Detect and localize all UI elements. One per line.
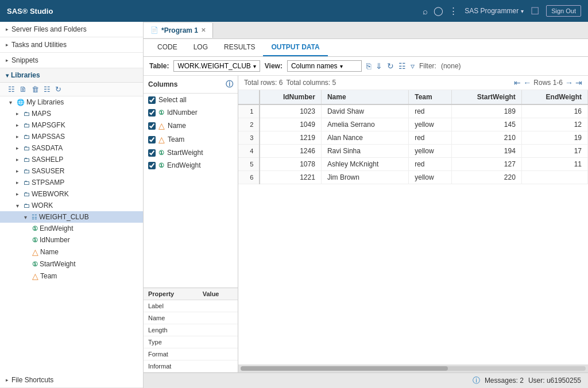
user-menu-label: SAS Programmer bbox=[465, 7, 519, 15]
refresh-icon[interactable]: ↻ bbox=[387, 61, 394, 71]
lib-mapsgfk[interactable]: 🗀 MAPSGFK bbox=[0, 119, 143, 131]
lib-work-icon: 🗀 bbox=[24, 202, 30, 209]
col-item-endweight[interactable]: ① EndWeight bbox=[144, 159, 238, 172]
columns-info-icon[interactable]: ⓘ bbox=[226, 79, 233, 90]
sidebar-item-file-shortcuts[interactable]: File Shortcuts bbox=[0, 373, 143, 387]
help-icon[interactable]: ☐ bbox=[531, 5, 539, 17]
sidebar-item-server-files[interactable]: Server Files and Folders bbox=[0, 22, 143, 37]
tab-code[interactable]: CODE bbox=[149, 39, 185, 56]
lib-sasdata-label: SASDATA bbox=[32, 144, 63, 152]
grid-icon[interactable]: ⋮ bbox=[449, 6, 458, 16]
messages-label: Messages: 2 bbox=[485, 377, 524, 385]
table-view-icon[interactable]: ☷ bbox=[399, 61, 406, 71]
col-name[interactable]: △ Name bbox=[0, 246, 143, 258]
sidebar-item-tasks[interactable]: Tasks and Utilities bbox=[0, 37, 143, 52]
tab-output-data[interactable]: OUTPUT DATA bbox=[263, 39, 327, 56]
section-libraries: Libraries ☷ 🗎 🗑 ☷ ↻ 🌐 My Libraries 🗀 MAP… bbox=[0, 68, 143, 282]
tab-program1[interactable]: 📄 *Program 1 ✕ bbox=[144, 23, 213, 38]
cell-endweight bbox=[521, 171, 587, 184]
select-all-checkbox[interactable] bbox=[148, 96, 156, 104]
tab-results[interactable]: RESULTS bbox=[216, 39, 263, 56]
lib-table-icon[interactable]: ☷ bbox=[44, 85, 51, 94]
col-endweight[interactable]: ① EndWeight bbox=[0, 223, 143, 234]
next-page-btn[interactable]: → bbox=[565, 78, 573, 87]
col-idnumber-type-icon: ① bbox=[158, 109, 164, 117]
prev-page-btn[interactable]: ← bbox=[523, 78, 531, 87]
cell-endweight: 12 bbox=[521, 118, 587, 131]
prop-format-value bbox=[198, 348, 238, 360]
my-libraries-node[interactable]: 🌐 My Libraries bbox=[0, 96, 143, 108]
download-icon[interactable]: ⇓ bbox=[376, 61, 382, 71]
prop-row-label: Label bbox=[144, 300, 238, 312]
user-icon[interactable]: ◯ bbox=[434, 6, 443, 16]
table-weight-club-label: WEIGHT_CLUB bbox=[39, 213, 89, 221]
col-team[interactable]: △ Team bbox=[0, 270, 143, 282]
lib-delete-icon[interactable]: 🗑 bbox=[32, 85, 39, 94]
lib-maps[interactable]: 🗀 MAPS bbox=[0, 108, 143, 119]
col-num-icon: ① bbox=[32, 225, 38, 232]
lib-new-icon[interactable]: ☷ bbox=[8, 85, 15, 94]
col-item-team[interactable]: △ Team bbox=[144, 133, 238, 146]
filter-icon[interactable]: ▿ bbox=[411, 61, 415, 71]
cell-team: yellow bbox=[409, 118, 452, 131]
cell-startweight: 210 bbox=[452, 131, 522, 145]
columns-header-label: Columns bbox=[148, 80, 177, 88]
col-startweight-checkbox[interactable] bbox=[148, 149, 156, 157]
data-main: Columns ⓘ Select all ① IdNumber bbox=[144, 76, 588, 373]
view-select[interactable]: Column names bbox=[287, 60, 362, 72]
cell-row-num: 6 bbox=[238, 171, 260, 184]
search-icon[interactable]: ⌕ bbox=[423, 6, 428, 16]
prop-row-type: Type bbox=[144, 336, 238, 348]
h-scrollbar[interactable] bbox=[238, 364, 588, 373]
prop-header-property: Property bbox=[144, 288, 198, 300]
tab-log[interactable]: LOG bbox=[185, 39, 216, 56]
col-team-checkbox[interactable] bbox=[148, 136, 156, 143]
lib-stpsamp-icon: 🗀 bbox=[24, 179, 30, 186]
libraries-header[interactable]: Libraries bbox=[0, 68, 143, 83]
col-endweight-checkbox[interactable] bbox=[148, 162, 156, 169]
data-table-wrapper: Total rows: 6 Total columns: 5 ⇤ ← Rows … bbox=[238, 76, 588, 373]
lib-copy-icon[interactable]: 🗎 bbox=[20, 85, 27, 94]
tab-close-icon[interactable]: ✕ bbox=[201, 27, 206, 33]
prop-row-name: Name bbox=[144, 312, 238, 324]
lib-refresh-icon[interactable]: ↻ bbox=[55, 85, 61, 94]
col-item-idnumber[interactable]: ① IdNumber bbox=[144, 106, 238, 119]
lib-work[interactable]: 🗀 WORK bbox=[0, 200, 143, 211]
col-idnumber-checkbox[interactable] bbox=[148, 109, 156, 117]
lib-sasuser[interactable]: 🗀 SASUSER bbox=[0, 165, 143, 177]
user-menu[interactable]: SAS Programmer bbox=[465, 7, 524, 15]
col-char-icon2: △ bbox=[32, 271, 38, 281]
sidebar-item-snippets[interactable]: Snippets bbox=[0, 53, 143, 68]
cell-team: yellow bbox=[409, 145, 452, 158]
col-idnumber[interactable]: ① IdNumber bbox=[0, 234, 143, 246]
lib-mapssas[interactable]: 🗀 MAPSSAS bbox=[0, 131, 143, 142]
table-row: 1 1023 David Shaw red 189 16 bbox=[238, 104, 588, 118]
rows-range-label: Rows 1-6 bbox=[533, 79, 563, 87]
col-startweight[interactable]: ① StartWeight bbox=[0, 258, 143, 270]
first-page-btn[interactable]: ⇤ bbox=[514, 78, 521, 87]
col-team-label: Team bbox=[40, 272, 57, 280]
prop-type-value bbox=[198, 336, 238, 348]
col-item-name[interactable]: △ Name bbox=[144, 119, 238, 133]
cell-name: Alan Nance bbox=[321, 131, 408, 145]
lib-sashelp[interactable]: 🗀 SASHELP bbox=[0, 154, 143, 165]
sign-out-button[interactable]: Sign Out bbox=[546, 5, 581, 17]
prop-name-value bbox=[198, 312, 238, 324]
user-menu-chevron bbox=[521, 7, 524, 15]
copy-icon[interactable]: ⎘ bbox=[366, 61, 371, 71]
col-name-checkbox[interactable] bbox=[148, 122, 156, 130]
cell-team: red bbox=[409, 158, 452, 171]
lib-stpsamp[interactable]: 🗀 STPSAMP bbox=[0, 177, 143, 188]
col-num-icon: ① bbox=[32, 236, 38, 244]
lib-webwork[interactable]: 🗀 WEBWORK bbox=[0, 188, 143, 200]
select-all-label: Select all bbox=[158, 96, 187, 104]
table-select[interactable]: WORK.WEIGHT_CLUB bbox=[173, 60, 260, 72]
select-all-item[interactable]: Select all bbox=[144, 94, 238, 106]
table-weight-club[interactable]: ☷ WEIGHT_CLUB bbox=[0, 211, 143, 223]
last-page-btn[interactable]: ⇥ bbox=[575, 78, 582, 87]
lib-sasdata[interactable]: 🗀 SASDATA bbox=[0, 142, 143, 154]
col-item-startweight[interactable]: ① StartWeight bbox=[144, 146, 238, 159]
prop-label-name: Label bbox=[144, 300, 198, 312]
libraries-arrow bbox=[6, 72, 9, 79]
table-row: 6 1221 Jim Brown yellow 220 bbox=[238, 171, 588, 184]
